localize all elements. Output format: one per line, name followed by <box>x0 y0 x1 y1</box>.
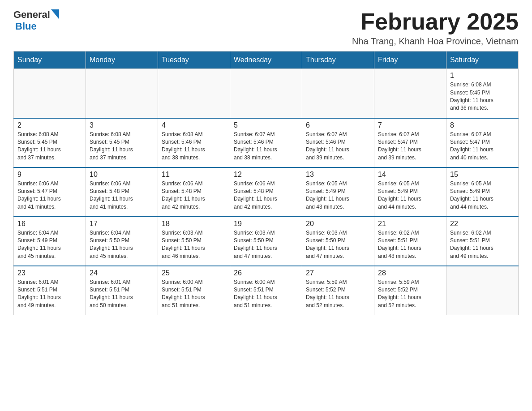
day-info: Sunrise: 6:04 AM Sunset: 5:49 PM Dayligh… <box>17 229 82 261</box>
day-info: Sunrise: 6:08 AM Sunset: 5:45 PM Dayligh… <box>17 131 82 162</box>
calendar-cell: 10Sunrise: 6:06 AM Sunset: 5:48 PM Dayli… <box>86 167 158 217</box>
day-number: 10 <box>90 171 154 179</box>
day-info: Sunrise: 6:01 AM Sunset: 5:51 PM Dayligh… <box>17 278 82 310</box>
calendar-cell: 3Sunrise: 6:08 AM Sunset: 5:45 PM Daylig… <box>86 118 158 167</box>
day-number: 21 <box>378 220 442 228</box>
calendar-cell: 13Sunrise: 6:05 AM Sunset: 5:49 PM Dayli… <box>302 167 374 217</box>
day-info: Sunrise: 6:04 AM Sunset: 5:50 PM Dayligh… <box>90 229 154 261</box>
day-number: 22 <box>450 220 515 228</box>
day-number: 16 <box>17 220 82 228</box>
calendar-week-row: 23Sunrise: 6:01 AM Sunset: 5:51 PM Dayli… <box>14 266 519 315</box>
day-info: Sunrise: 6:08 AM Sunset: 5:46 PM Dayligh… <box>162 131 226 162</box>
day-info: Sunrise: 6:07 AM Sunset: 5:47 PM Dayligh… <box>378 131 442 162</box>
day-info: Sunrise: 6:06 AM Sunset: 5:48 PM Dayligh… <box>234 180 298 211</box>
calendar-cell: 24Sunrise: 6:01 AM Sunset: 5:51 PM Dayli… <box>86 266 158 315</box>
day-info: Sunrise: 6:05 AM Sunset: 5:49 PM Dayligh… <box>378 180 442 211</box>
calendar-cell: 5Sunrise: 6:07 AM Sunset: 5:46 PM Daylig… <box>230 118 302 167</box>
day-number: 8 <box>450 121 515 129</box>
calendar-cell: 16Sunrise: 6:04 AM Sunset: 5:49 PM Dayli… <box>14 217 86 266</box>
calendar-cell <box>302 69 374 118</box>
calendar-cell: 2Sunrise: 6:08 AM Sunset: 5:45 PM Daylig… <box>14 118 86 167</box>
day-number: 19 <box>234 220 298 228</box>
weekday-header-tuesday: Tuesday <box>158 51 230 69</box>
calendar-cell: 4Sunrise: 6:08 AM Sunset: 5:46 PM Daylig… <box>158 118 230 167</box>
weekday-header-row: SundayMondayTuesdayWednesdayThursdayFrid… <box>14 51 519 69</box>
day-number: 4 <box>162 121 226 129</box>
day-info: Sunrise: 6:05 AM Sunset: 5:49 PM Dayligh… <box>306 180 370 211</box>
weekday-header-friday: Friday <box>374 51 446 69</box>
calendar-cell: 18Sunrise: 6:03 AM Sunset: 5:50 PM Dayli… <box>158 217 230 266</box>
day-info: Sunrise: 6:08 AM Sunset: 5:45 PM Dayligh… <box>90 131 154 162</box>
calendar-cell: 6Sunrise: 6:07 AM Sunset: 5:46 PM Daylig… <box>302 118 374 167</box>
day-number: 5 <box>234 121 298 129</box>
month-year-title: February 2025 <box>352 9 519 34</box>
day-info: Sunrise: 6:06 AM Sunset: 5:47 PM Dayligh… <box>17 180 82 211</box>
logo-triangle-icon <box>51 9 59 19</box>
day-number: 28 <box>378 269 442 277</box>
weekday-header-saturday: Saturday <box>446 51 519 69</box>
calendar-cell: 26Sunrise: 6:00 AM Sunset: 5:51 PM Dayli… <box>230 266 302 315</box>
calendar-cell <box>158 69 230 118</box>
day-number: 13 <box>306 171 370 179</box>
day-info: Sunrise: 6:01 AM Sunset: 5:51 PM Dayligh… <box>90 278 154 310</box>
day-info: Sunrise: 6:07 AM Sunset: 5:46 PM Dayligh… <box>306 131 370 162</box>
day-number: 11 <box>162 171 226 179</box>
day-number: 3 <box>90 121 154 129</box>
day-number: 15 <box>450 171 515 179</box>
day-info: Sunrise: 6:02 AM Sunset: 5:51 PM Dayligh… <box>378 229 442 261</box>
day-number: 23 <box>17 269 82 277</box>
day-number: 1 <box>450 72 515 80</box>
day-number: 18 <box>162 220 226 228</box>
day-info: Sunrise: 6:06 AM Sunset: 5:48 PM Dayligh… <box>90 180 154 211</box>
logo-general-text: General <box>13 9 50 21</box>
calendar-cell: 20Sunrise: 6:03 AM Sunset: 5:50 PM Dayli… <box>302 217 374 266</box>
day-info: Sunrise: 6:08 AM Sunset: 5:45 PM Dayligh… <box>450 81 515 112</box>
day-number: 12 <box>234 171 298 179</box>
calendar-cell: 11Sunrise: 6:06 AM Sunset: 5:48 PM Dayli… <box>158 167 230 217</box>
day-info: Sunrise: 6:03 AM Sunset: 5:50 PM Dayligh… <box>306 229 370 261</box>
day-info: Sunrise: 6:05 AM Sunset: 5:49 PM Dayligh… <box>450 180 515 211</box>
day-number: 25 <box>162 269 226 277</box>
calendar-cell: 8Sunrise: 6:07 AM Sunset: 5:47 PM Daylig… <box>446 118 519 167</box>
day-number: 24 <box>90 269 154 277</box>
calendar-week-row: 9Sunrise: 6:06 AM Sunset: 5:47 PM Daylig… <box>14 167 519 217</box>
day-info: Sunrise: 6:03 AM Sunset: 5:50 PM Dayligh… <box>162 229 226 261</box>
calendar-cell <box>230 69 302 118</box>
day-info: Sunrise: 5:59 AM Sunset: 5:52 PM Dayligh… <box>306 278 370 310</box>
title-area: February 2025 Nha Trang, Khanh Hoa Provi… <box>352 9 519 47</box>
weekday-header-thursday: Thursday <box>302 51 374 69</box>
calendar-cell: 1Sunrise: 6:08 AM Sunset: 5:45 PM Daylig… <box>446 69 519 118</box>
weekday-header-sunday: Sunday <box>14 51 86 69</box>
calendar-cell: 19Sunrise: 6:03 AM Sunset: 5:50 PM Dayli… <box>230 217 302 266</box>
calendar-cell <box>14 69 86 118</box>
calendar-cell: 23Sunrise: 6:01 AM Sunset: 5:51 PM Dayli… <box>14 266 86 315</box>
calendar-cell <box>374 69 446 118</box>
calendar-cell: 27Sunrise: 5:59 AM Sunset: 5:52 PM Dayli… <box>302 266 374 315</box>
calendar-cell: 28Sunrise: 5:59 AM Sunset: 5:52 PM Dayli… <box>374 266 446 315</box>
weekday-header-monday: Monday <box>86 51 158 69</box>
calendar-cell: 7Sunrise: 6:07 AM Sunset: 5:47 PM Daylig… <box>374 118 446 167</box>
day-info: Sunrise: 6:03 AM Sunset: 5:50 PM Dayligh… <box>234 229 298 261</box>
calendar-cell: 17Sunrise: 6:04 AM Sunset: 5:50 PM Dayli… <box>86 217 158 266</box>
calendar-week-row: 2Sunrise: 6:08 AM Sunset: 5:45 PM Daylig… <box>14 118 519 167</box>
day-info: Sunrise: 6:06 AM Sunset: 5:48 PM Dayligh… <box>162 180 226 211</box>
calendar-cell <box>446 266 519 315</box>
location-subtitle: Nha Trang, Khanh Hoa Province, Vietnam <box>352 36 519 47</box>
day-info: Sunrise: 6:07 AM Sunset: 5:46 PM Dayligh… <box>234 131 298 162</box>
calendar-cell: 25Sunrise: 6:00 AM Sunset: 5:51 PM Dayli… <box>158 266 230 315</box>
day-info: Sunrise: 6:00 AM Sunset: 5:51 PM Dayligh… <box>234 278 298 310</box>
day-number: 14 <box>378 171 442 179</box>
calendar-cell: 15Sunrise: 6:05 AM Sunset: 5:49 PM Dayli… <box>446 167 519 217</box>
calendar-cell: 9Sunrise: 6:06 AM Sunset: 5:47 PM Daylig… <box>14 167 86 217</box>
calendar-cell: 21Sunrise: 6:02 AM Sunset: 5:51 PM Dayli… <box>374 217 446 266</box>
day-info: Sunrise: 6:07 AM Sunset: 5:47 PM Dayligh… <box>450 131 515 162</box>
calendar-cell: 14Sunrise: 6:05 AM Sunset: 5:49 PM Dayli… <box>374 167 446 217</box>
svg-marker-0 <box>51 9 59 19</box>
day-number: 26 <box>234 269 298 277</box>
day-number: 6 <box>306 121 370 129</box>
day-number: 27 <box>306 269 370 277</box>
calendar-cell: 22Sunrise: 6:02 AM Sunset: 5:51 PM Dayli… <box>446 217 519 266</box>
calendar-week-row: 16Sunrise: 6:04 AM Sunset: 5:49 PM Dayli… <box>14 217 519 266</box>
calendar-cell: 12Sunrise: 6:06 AM Sunset: 5:48 PM Dayli… <box>230 167 302 217</box>
weekday-header-wednesday: Wednesday <box>230 51 302 69</box>
